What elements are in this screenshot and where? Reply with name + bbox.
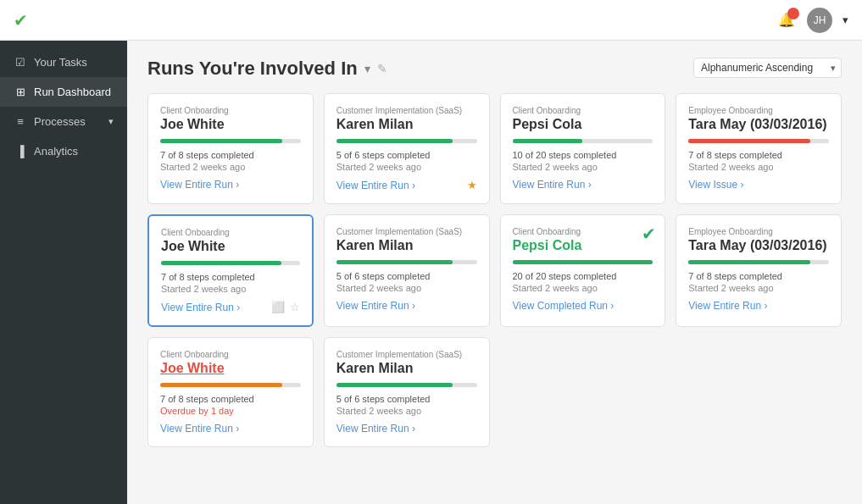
view-entire-run[interactable]: View Entire Run › <box>161 302 240 313</box>
view-entire-run[interactable]: View Entire Run › <box>160 423 239 435</box>
progress-fill <box>160 139 282 143</box>
card-time: Started 2 weeks ago <box>161 284 300 294</box>
star-icon[interactable]: ★ <box>467 179 477 191</box>
user-menu[interactable]: JH ▾ <box>807 8 848 33</box>
card-footer: View Entire Run › ⬜ ☆ <box>161 301 300 313</box>
edit-icon[interactable]: ✎ <box>377 62 387 75</box>
sidebar-item-processes[interactable]: ≡ Processes ▾ <box>0 107 127 136</box>
progress-bar <box>513 260 653 264</box>
nav-right: 🔔 JH ▾ <box>778 8 848 33</box>
card-type: Client Onboarding <box>160 350 301 359</box>
progress-bar <box>336 383 477 387</box>
card-title: Karen Milan <box>336 238 477 253</box>
card-steps: 7 of 8 steps completed <box>688 271 829 281</box>
card-footer: View Entire Run › <box>160 423 301 435</box>
progress-bar <box>160 139 301 143</box>
card-title: Joe White <box>161 239 300 254</box>
run-card-1[interactable]: Customer Implementation (SaaS) Karen Mil… <box>324 93 490 204</box>
card-time: Started 2 weeks ago <box>513 162 653 172</box>
card-steps: 5 of 6 steps completed <box>336 394 477 404</box>
run-card-5[interactable]: Customer Implementation (SaaS) Karen Mil… <box>324 214 490 327</box>
sidebar-item-tasks[interactable]: ☑ Your Tasks <box>0 47 127 77</box>
progress-fill <box>513 260 653 264</box>
run-card-8[interactable]: Client Onboarding Joe White 7 of 8 steps… <box>147 337 314 447</box>
progress-fill <box>513 139 583 143</box>
view-entire-run[interactable]: View Entire Run › <box>513 179 592 191</box>
page-title: Runs You're Involved In <box>147 58 358 80</box>
progress-bar <box>336 139 477 143</box>
card-steps: 5 of 6 steps completed <box>336 150 477 160</box>
card-time: Started 2 weeks ago <box>336 283 477 293</box>
card-steps: 7 of 8 steps completed <box>161 272 300 282</box>
logo-check-icon: ✔ <box>14 10 28 30</box>
card-steps: 7 of 8 steps completed <box>160 150 301 160</box>
progress-fill <box>161 261 281 265</box>
page-header: Runs You're Involved In ▾ ✎ <box>147 58 387 80</box>
card-title: Joe White <box>160 361 301 376</box>
chevron-down-icon: ▾ <box>108 116 114 127</box>
sidebar-item-analytics[interactable]: ▐ Analytics <box>0 136 127 166</box>
progress-bar <box>160 383 301 387</box>
sort-bar: Alphanumeric Ascending Alphanumeric Desc… <box>687 58 842 78</box>
card-title: Tara May (03/03/2016) <box>688 238 829 253</box>
sidebar-item-label: Run Dashboard <box>34 86 111 98</box>
view-completed-run[interactable]: View Completed Run › <box>513 300 615 312</box>
cards-grid: Client Onboarding Joe White 7 of 8 steps… <box>147 93 842 447</box>
card-time: Started 2 weeks ago <box>688 283 829 293</box>
top-nav: ✔ 🔔 JH ▾ <box>0 0 862 41</box>
sidebar-item-dashboard[interactable]: ⊞ Run Dashboard <box>0 77 127 107</box>
card-type: Client Onboarding <box>513 106 653 115</box>
progress-bar <box>688 260 829 264</box>
card-steps: 10 of 20 steps completed <box>513 150 653 160</box>
progress-fill <box>688 260 810 264</box>
dashboard-icon: ⊞ <box>14 86 27 98</box>
view-entire-run[interactable]: View Entire Run › <box>336 180 415 191</box>
run-card-0[interactable]: Client Onboarding Joe White 7 of 8 steps… <box>147 93 314 204</box>
card-time: Started 2 weeks ago <box>688 162 829 172</box>
notification-bell[interactable]: 🔔 <box>778 12 795 28</box>
run-card-3[interactable]: Employee Onboarding Tara May (03/03/2016… <box>676 93 842 204</box>
sort-select-wrap: Alphanumeric Ascending Alphanumeric Desc… <box>693 58 842 78</box>
card-type: Employee Onboarding <box>688 227 829 236</box>
star-outline-icon[interactable]: ☆ <box>290 301 300 313</box>
card-time: Started 2 weeks ago <box>336 406 477 416</box>
card-type: Customer Implementation (SaaS) <box>336 350 477 359</box>
run-card-9[interactable]: Customer Implementation (SaaS) Karen Mil… <box>324 337 490 447</box>
view-entire-run[interactable]: View Entire Run › <box>688 300 767 312</box>
tasks-icon: ☑ <box>14 56 27 69</box>
progress-fill <box>336 139 453 143</box>
card-title: Tara May (03/03/2016) <box>688 117 829 132</box>
view-entire-run[interactable]: View Entire Run › <box>160 179 239 191</box>
avatar-initials: JH <box>814 14 826 26</box>
card-footer: View Completed Run › <box>513 300 653 312</box>
analytics-icon: ▐ <box>14 145 27 158</box>
card-time: Started 2 weeks ago <box>513 283 653 293</box>
sort-select[interactable]: Alphanumeric Ascending Alphanumeric Desc… <box>693 58 842 78</box>
view-entire-run[interactable]: View Entire Run › <box>336 423 415 435</box>
view-issue[interactable]: View Issue › <box>688 179 743 191</box>
progress-fill <box>336 260 453 264</box>
card-title: Pepsi Cola <box>513 117 653 132</box>
card-icons: ★ <box>467 179 477 191</box>
card-time: Started 2 weeks ago <box>160 162 301 172</box>
card-footer: View Issue › <box>688 179 829 191</box>
user-chevron-icon: ▾ <box>843 14 848 26</box>
processes-icon: ≡ <box>14 115 27 128</box>
card-footer: View Entire Run › <box>160 179 301 191</box>
card-steps: 7 of 8 steps completed <box>160 394 301 404</box>
bookmark-icon[interactable]: ⬜ <box>271 301 285 313</box>
run-card-4[interactable]: Client Onboarding Joe White 7 of 8 steps… <box>147 214 314 327</box>
card-footer: View Entire Run › <box>336 423 477 435</box>
run-card-2[interactable]: Client Onboarding Pepsi Cola 10 of 20 st… <box>500 93 666 204</box>
sidebar: ☑ Your Tasks ⊞ Run Dashboard ≡ Processes… <box>0 41 127 504</box>
progress-bar <box>161 261 300 265</box>
view-entire-run[interactable]: View Entire Run › <box>336 300 415 312</box>
card-type: Employee Onboarding <box>688 106 829 115</box>
completed-badge: ✔ <box>642 224 656 244</box>
title-chevron-icon[interactable]: ▾ <box>364 62 370 75</box>
card-footer: View Entire Run › <box>336 300 477 312</box>
sidebar-item-label: Processes <box>34 115 86 128</box>
run-card-6[interactable]: ✔ Client Onboarding Pepsi Cola 20 of 20 … <box>500 214 666 327</box>
progress-bar <box>336 260 477 264</box>
run-card-7[interactable]: Employee Onboarding Tara May (03/03/2016… <box>676 214 842 327</box>
